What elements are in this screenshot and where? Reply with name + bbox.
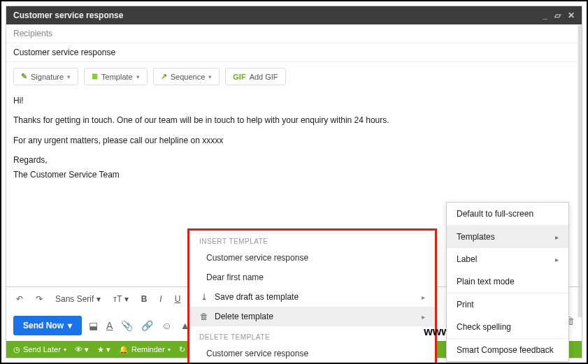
- body-line1: Thanks for getting in touch. One of our …: [13, 113, 575, 127]
- template-submenu: INSERT TEMPLATE Customer service respons…: [187, 228, 437, 364]
- signature-icon: ✎: [21, 72, 27, 81]
- more-options-menu: Default to full-screen Templates ▸ Label…: [446, 202, 569, 362]
- recipients-field[interactable]: Recipients: [6, 24, 582, 43]
- subject-field[interactable]: Customer service response: [6, 43, 582, 62]
- sequence-label: Sequence: [171, 73, 206, 81]
- italic-button[interactable]: I: [157, 293, 164, 305]
- maximize-icon[interactable]: ▱: [554, 10, 561, 20]
- signature-button[interactable]: ✎ Signature ▾: [13, 68, 78, 85]
- chevron-down-icon: ▾: [136, 73, 140, 80]
- body-signature: The Customer Service Team: [13, 170, 120, 180]
- chevron-right-icon: ▸: [555, 256, 559, 263]
- gif-icon: GIF: [233, 73, 245, 81]
- signature-label: Signature: [31, 73, 64, 81]
- template-label: Template: [101, 73, 133, 81]
- bell-icon: 🔔: [119, 345, 129, 354]
- window-title: Customer service response: [13, 10, 123, 20]
- undo-icon[interactable]: ↶: [13, 293, 26, 305]
- delete-template-header: DELETE TEMPLATE: [189, 326, 435, 344]
- chevron-down-icon: ▾: [64, 347, 66, 353]
- delete-template-option[interactable]: Customer service response: [189, 344, 435, 363]
- subject-value: Customer service response: [13, 48, 115, 57]
- tracking-icon[interactable]: 👁 ▾: [75, 345, 89, 354]
- redo-icon[interactable]: ↷: [33, 293, 45, 305]
- insert-template-header: INSERT TEMPLATE: [189, 231, 435, 248]
- emoji-icon[interactable]: ☺: [160, 319, 173, 333]
- check-spelling-item[interactable]: Check spelling: [447, 316, 568, 338]
- addgif-button[interactable]: GIF Add GIF: [225, 68, 285, 85]
- chevron-down-icon: ▾: [168, 347, 171, 353]
- close-icon[interactable]: ✕: [568, 10, 575, 20]
- label-item[interactable]: Label ▸: [447, 248, 568, 270]
- template-icon: ≣: [92, 72, 98, 81]
- save-draft-label: Save draft as template: [215, 292, 416, 302]
- chevron-right-icon: ▸: [422, 293, 425, 301]
- text-color-icon[interactable]: A: [105, 319, 114, 333]
- link-icon[interactable]: 🔗: [140, 319, 155, 333]
- chevron-down-icon: ▾: [68, 321, 72, 330]
- template-button[interactable]: ≣ Template ▾: [84, 68, 148, 85]
- titlebar: Customer service response _ ▱ ✕: [6, 6, 582, 24]
- recurring-icon: ↻: [179, 345, 185, 354]
- reminder-button[interactable]: 🔔 Reminder ▾: [119, 345, 171, 354]
- dropbox-icon[interactable]: ⬓: [87, 319, 99, 333]
- plain-text-item[interactable]: Plain text mode: [447, 270, 568, 293]
- recipients-placeholder: Recipients: [13, 29, 52, 38]
- smart-compose-item[interactable]: Smart Compose feedback: [447, 339, 568, 361]
- save-icon: ⤓: [199, 292, 209, 302]
- font-family-select[interactable]: Sans Serif ▾: [52, 293, 103, 305]
- chevron-right-icon: ▸: [555, 233, 559, 241]
- window-controls: _ ▱ ✕: [543, 10, 575, 20]
- clock-icon: ◷: [13, 345, 20, 354]
- body-greeting: Hi!: [13, 94, 575, 108]
- chevron-right-icon: ▸: [422, 313, 425, 321]
- delete-template-label: Delete template: [215, 312, 416, 321]
- minimize-icon[interactable]: _: [543, 10, 547, 20]
- send-later-label: Send Later: [23, 345, 61, 354]
- scrollbar[interactable]: [578, 25, 582, 317]
- font-size-select[interactable]: тT ▾: [110, 293, 131, 305]
- bold-button[interactable]: B: [138, 293, 150, 305]
- print-item[interactable]: Print: [447, 293, 568, 316]
- email-body[interactable]: Hi! Thanks for getting in touch. One of …: [6, 91, 582, 190]
- attachment-icon[interactable]: 📎: [120, 319, 134, 333]
- sequence-button[interactable]: ↗ Sequence ▾: [153, 68, 220, 85]
- chevron-down-icon: ▾: [208, 73, 212, 80]
- send-now-button[interactable]: Send Now ▾: [13, 316, 82, 335]
- reminder-label: Reminder: [131, 345, 165, 354]
- save-draft-template-item[interactable]: ⤓ Save draft as template ▸: [189, 287, 435, 307]
- trash-icon: 🗑: [199, 312, 209, 321]
- bookmark-icon[interactable]: ★ ▾: [97, 345, 110, 354]
- send-later-button[interactable]: ◷ Send Later ▾: [13, 345, 66, 354]
- body-regards: Regards,: [13, 155, 48, 165]
- chevron-down-icon: ▾: [67, 73, 71, 80]
- templates-item[interactable]: Templates ▸: [447, 226, 568, 248]
- insert-template-item[interactable]: Dear first name: [189, 268, 435, 287]
- body-line2: For any urgent matters, please call our …: [13, 133, 575, 147]
- default-fullscreen-item[interactable]: Default to full-screen: [447, 203, 568, 225]
- sequence-icon: ↗: [161, 72, 167, 81]
- insert-template-item[interactable]: Customer service response: [189, 248, 435, 268]
- send-now-label: Send Now: [23, 321, 64, 330]
- addgif-label: Add GIF: [250, 73, 278, 81]
- delete-template-item[interactable]: 🗑 Delete template ▸: [189, 307, 435, 326]
- underline-button[interactable]: U: [172, 293, 184, 305]
- insert-toolbar: ✎ Signature ▾ ≣ Template ▾ ↗ Sequence ▾ …: [6, 62, 582, 91]
